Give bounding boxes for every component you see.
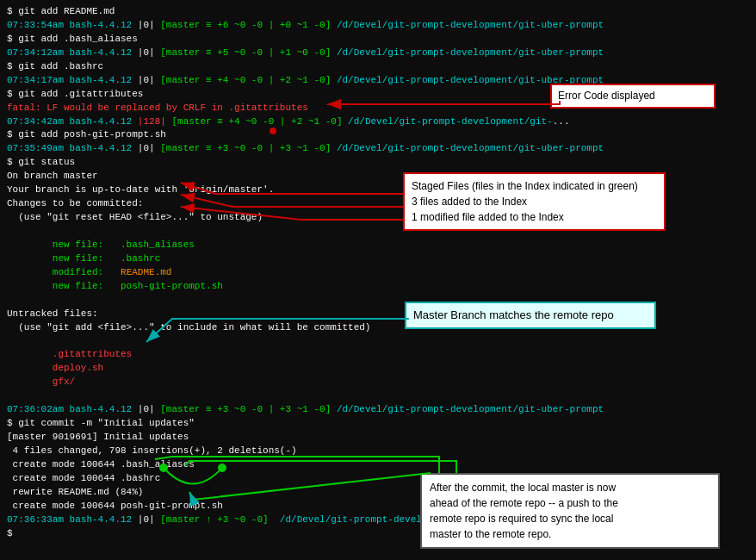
after-commit-line1: After the commit, the local master is no…: [430, 482, 616, 494]
line-25-blank: [7, 335, 749, 349]
staged-files-line2: 1 modified file added to the Index: [412, 211, 564, 223]
after-commit-line2: ahead of the remote repo -- a push to th…: [430, 497, 618, 509]
line-12: $ git status: [7, 156, 749, 170]
line-34: create mode 100644 .bash_aliases: [7, 458, 749, 472]
line-11: 07:35:49am bash-4.4.12 |0| [master ≡ +3 …: [7, 142, 749, 156]
line-20-modified: modified: README.md: [7, 266, 749, 280]
line-21-staged: new file: posh-git-prompt.sh: [7, 280, 749, 294]
line-33: 4 files changed, 798 insertions(+), 2 de…: [7, 445, 749, 458]
master-branch-annotation: Master Branch matches the remote repo: [405, 302, 656, 329]
line-31: $ git commit -m "Initial updates": [7, 417, 749, 431]
line-3: $ git add .bash_aliases: [7, 33, 749, 47]
error-code-text: Error Code displayed: [558, 90, 655, 102]
line-28-untracked: gfx/: [7, 376, 749, 389]
staged-files-title: Staged Files (files in the Index indicat…: [412, 180, 638, 192]
line-26-untracked: .gitattributes: [7, 348, 749, 362]
error-code-annotation: Error Code displayed: [550, 84, 716, 109]
line-4: 07:34:12am bash-4.4.12 |0| [master ≡ +5 …: [7, 47, 749, 60]
staged-files-annotation: Staged Files (files in the Index indicat…: [403, 172, 666, 231]
line-30: 07:36:02am bash-4.4.12 |0| [master ≡ +3 …: [7, 403, 749, 417]
line-27-untracked: deploy.sh: [7, 362, 749, 376]
line-19-staged: new file: .bashrc: [7, 252, 749, 266]
line-18-staged: new file: .bash_aliases: [7, 239, 749, 252]
line-2: 07:33:54am bash-4.4.12 |0| [master ≡ +6 …: [7, 19, 749, 33]
staged-files-line1: 3 files added to the Index: [412, 196, 527, 208]
after-commit-annotation: After the commit, the local master is no…: [420, 473, 720, 549]
master-branch-text: Master Branch matches the remote repo: [413, 308, 614, 321]
line-10: $ git add posh-git-prompt.sh: [7, 128, 749, 142]
line-5: $ git add .bashrc: [7, 60, 749, 74]
terminal: $ git add README.md 07:33:54am bash-4.4.…: [0, 0, 756, 560]
line-1: $ git add README.md: [7, 5, 749, 19]
after-commit-line4: master to the remote repo.: [430, 528, 551, 540]
line-9: 07:34:42am bash-4.4.12 |128| [master ≡ +…: [7, 115, 749, 129]
line-32: [master 9019691] Initial updates: [7, 431, 749, 445]
line-29-blank: [7, 389, 749, 403]
after-commit-line3: remote repo is required to sync the loca…: [430, 513, 613, 525]
